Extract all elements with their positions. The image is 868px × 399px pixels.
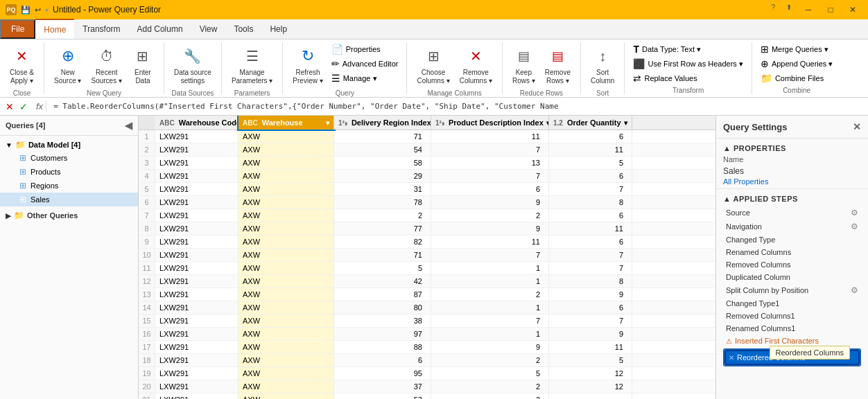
tab-file[interactable]: File bbox=[0, 19, 35, 39]
col-header-warehouse-code[interactable]: ABC Warehouse Code ▾ bbox=[155, 116, 238, 130]
minimize-button[interactable]: ─ bbox=[799, 2, 818, 17]
remove-rows-button[interactable]: ▤ RemoveRows ▾ bbox=[541, 42, 575, 88]
choose-columns-button[interactable]: ⊞ ChooseColumns ▾ bbox=[413, 42, 453, 88]
confirm-formula-icon[interactable]: ✓ bbox=[18, 101, 29, 112]
col-dropdown-warehouse[interactable]: ▾ bbox=[326, 119, 329, 127]
manage-parameters-button[interactable]: ☰ ManageParameters ▾ bbox=[227, 42, 277, 88]
advanced-editor-button[interactable]: ✏ Advanced Editor bbox=[329, 57, 401, 71]
save-icon[interactable]: 💾 bbox=[21, 6, 31, 15]
table-row[interactable]: 19 LXW291 AXW 95 5 12 bbox=[139, 367, 715, 380]
warehouse-code-cell: LXW291 bbox=[155, 380, 238, 393]
table-row[interactable]: 20 LXW291 AXW 37 2 12 bbox=[139, 380, 715, 393]
close-apply-button[interactable]: ✕ Close &Apply ▾ bbox=[6, 42, 38, 88]
table-row[interactable]: 1 LXW291 AXW 71 11 6 bbox=[139, 130, 715, 143]
close-settings-icon[interactable]: ✕ bbox=[853, 121, 861, 132]
step-gear-icon[interactable]: ⚙ bbox=[851, 222, 858, 231]
table-row[interactable]: 21 LXW291 AXW 53 2 bbox=[139, 393, 715, 399]
table-row[interactable]: 8 LXW291 AXW 77 9 11 bbox=[139, 222, 715, 236]
data-model-group[interactable]: ▼ 📁 Data Model [4] bbox=[0, 139, 138, 151]
sort-column-button[interactable]: ↕ SortColumn bbox=[587, 42, 618, 88]
combine-files-button[interactable]: 📁 Combine Files bbox=[758, 71, 836, 85]
merge-queries-button[interactable]: ⊞ Merge Queries ▾ bbox=[758, 42, 836, 56]
maximize-button[interactable]: □ bbox=[821, 2, 840, 17]
table-row[interactable]: 6 LXW291 AXW 78 9 8 bbox=[139, 196, 715, 209]
formula-input[interactable] bbox=[53, 102, 864, 111]
use-first-row-button[interactable]: ⬛ Use First Row as Headers ▾ bbox=[630, 57, 745, 71]
table-row[interactable]: 11 LXW291 AXW 5 1 7 bbox=[139, 262, 715, 275]
table-row[interactable]: 13 LXW291 AXW 87 2 9 bbox=[139, 288, 715, 301]
tab-transform[interactable]: Transform bbox=[74, 19, 128, 39]
remove-columns-button[interactable]: ✕ RemoveColumns ▾ bbox=[455, 42, 496, 88]
collapse-queries-icon[interactable]: ◀ bbox=[125, 120, 132, 131]
properties-button[interactable]: 📄 Properties bbox=[329, 42, 401, 56]
new-source-button[interactable]: ⊕ NewSource ▾ bbox=[50, 42, 85, 88]
order-qty-cell: 11 bbox=[549, 341, 632, 353]
warehouse-code-cell: LXW291 bbox=[155, 354, 238, 366]
table-row[interactable]: 3 LXW291 AXW 58 13 5 bbox=[139, 157, 715, 170]
recent-sources-button[interactable]: ⏱ RecentSources ▾ bbox=[87, 42, 125, 88]
tab-tools[interactable]: Tools bbox=[225, 19, 261, 39]
step-item-renamed-columns1[interactable]: Renamed Columns1 bbox=[723, 322, 861, 335]
enter-data-button[interactable]: ⊞ EnterData bbox=[128, 42, 158, 88]
query-item-sales[interactable]: ⊞ Sales bbox=[0, 193, 138, 206]
col-header-order-qty[interactable]: 1.2 Order Quantity ▾ bbox=[549, 116, 632, 130]
sort-label: Sort bbox=[596, 88, 609, 97]
folder-icon: 📁 bbox=[15, 140, 26, 150]
col-dropdown-order-qty[interactable]: ▾ bbox=[624, 119, 627, 127]
query-item-products[interactable]: ⊞ Products bbox=[0, 165, 138, 179]
keep-rows-button[interactable]: ▤ KeepRows ▾ bbox=[508, 42, 539, 88]
step-label-left: Changed Type bbox=[726, 236, 858, 244]
table-row[interactable]: 10 LXW291 AXW 71 7 7 bbox=[139, 249, 715, 262]
table-row[interactable]: 14 LXW291 AXW 80 1 6 bbox=[139, 301, 715, 314]
table-row[interactable]: 16 LXW291 AXW 97 1 9 bbox=[139, 328, 715, 341]
step-item-inserted-first-characters[interactable]: ⚠ Inserted First Characters bbox=[723, 335, 861, 347]
query-item-regions[interactable]: ⊞ Regions bbox=[0, 179, 138, 193]
tab-home[interactable]: Home bbox=[35, 19, 74, 39]
step-item-source[interactable]: Source ⚙ bbox=[723, 206, 861, 220]
row-num-cell: 10 bbox=[139, 249, 155, 261]
all-properties-link[interactable]: All Properties bbox=[723, 177, 768, 186]
step-item-navigation[interactable]: Navigation ⚙ bbox=[723, 220, 861, 233]
expand-icon[interactable]: ⬆ bbox=[782, 2, 796, 17]
step-item-duplicated-column[interactable]: Duplicated Column bbox=[723, 271, 861, 283]
step-item-removed-columns[interactable]: Removed Columns bbox=[723, 258, 861, 271]
col-header-warehouse[interactable]: ABC Warehouse ▾ bbox=[238, 116, 334, 130]
col-header-product[interactable]: 1²₃ Product Description Index ▾ bbox=[431, 116, 549, 130]
step-gear-icon[interactable]: ⚙ bbox=[851, 208, 858, 218]
other-queries-group[interactable]: ▶ 📁 Other Queries bbox=[0, 209, 138, 222]
replace-values-button[interactable]: ⇄ Replace Values bbox=[630, 71, 745, 85]
table-row[interactable]: 4 LXW291 AXW 29 7 6 bbox=[139, 170, 715, 183]
step-gear-icon[interactable]: ⚙ bbox=[851, 285, 858, 295]
refresh-preview-button[interactable]: ↻ RefreshPreview ▾ bbox=[288, 42, 327, 88]
step-item-renamed-columns[interactable]: Renamed Columns bbox=[723, 246, 861, 258]
append-queries-button[interactable]: ⊕ Append Queries ▾ bbox=[758, 57, 836, 71]
table-row[interactable]: 9 LXW291 AXW 82 11 6 bbox=[139, 236, 715, 249]
table-row[interactable]: 7 LXW291 AXW 2 2 6 bbox=[139, 209, 715, 222]
table-row[interactable]: 18 LXW291 AXW 6 2 5 bbox=[139, 354, 715, 367]
table-row[interactable]: 12 LXW291 AXW 42 1 8 bbox=[139, 275, 715, 288]
help-icon[interactable]: ? bbox=[767, 2, 779, 17]
step-item-removed-columns1[interactable]: Removed Columns1 bbox=[723, 310, 861, 322]
table-row[interactable]: 2 LXW291 AXW 54 7 11 bbox=[139, 143, 715, 157]
row-num-cell: 14 bbox=[139, 301, 155, 314]
step-item-changed-type1[interactable]: Changed Type1 bbox=[723, 297, 861, 310]
step-item-reordered-columns[interactable]: ✕ Reordered Columns bbox=[724, 350, 860, 365]
tab-view[interactable]: View bbox=[191, 19, 226, 39]
col-header-delivery-region[interactable]: 1²₃ Delivery Region Index ▾ bbox=[334, 116, 431, 130]
cancel-formula-icon[interactable]: ✕ bbox=[4, 101, 15, 112]
data-source-settings-button[interactable]: 🔧 Data sourcesettings bbox=[170, 42, 216, 88]
table-row[interactable]: 17 LXW291 AXW 88 9 11 bbox=[139, 341, 715, 354]
close-button[interactable]: ✕ bbox=[843, 2, 862, 17]
step-item-changed-type[interactable]: Changed Type bbox=[723, 233, 861, 246]
step-item-split-column-by-position[interactable]: Split Column by Position ⚙ bbox=[723, 283, 861, 297]
table-row[interactable]: 5 LXW291 AXW 31 6 7 bbox=[139, 183, 715, 196]
tab-add-column[interactable]: Add Column bbox=[129, 19, 191, 39]
grid-body[interactable]: 1 LXW291 AXW 71 11 6 2 LXW291 AXW 54 7 1… bbox=[139, 130, 715, 399]
query-item-customers[interactable]: ⊞ Customers bbox=[0, 151, 138, 165]
table-row[interactable]: 15 LXW291 AXW 38 7 7 bbox=[139, 314, 715, 328]
step-label: Removed Columns bbox=[726, 260, 791, 269]
undo-icon[interactable]: ↩ bbox=[35, 6, 41, 15]
manage-button[interactable]: ☰ Manage ▾ bbox=[329, 71, 401, 85]
tab-help[interactable]: Help bbox=[261, 19, 295, 39]
data-type-button[interactable]: T Data Type: Text ▾ bbox=[630, 42, 745, 56]
